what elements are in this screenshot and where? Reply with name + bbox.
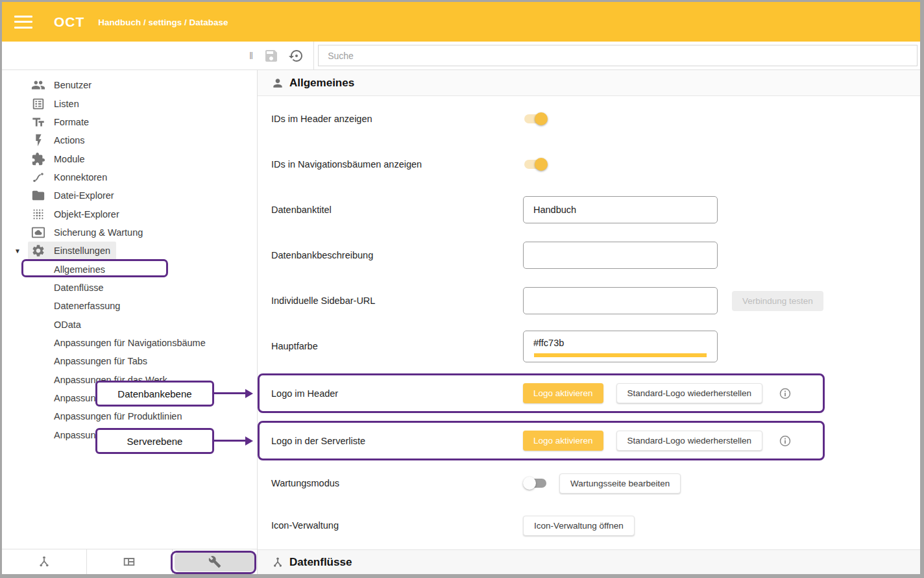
sidebar-item-label: Listen bbox=[54, 99, 79, 109]
main-color-input[interactable] bbox=[524, 331, 717, 351]
breadcrumb: Handbuch / settings / Database bbox=[98, 16, 228, 27]
sidebar-subitem-anpassungen-navigationsbaeume[interactable]: Anpassungen für Navigationsbäume bbox=[2, 334, 257, 352]
sidebar-subitem-label: Anpassun bbox=[54, 393, 96, 403]
gear-icon bbox=[31, 244, 45, 258]
sidebar-subitem-anpassungen-produktlinien[interactable]: Anpassungen für Produktlinien bbox=[2, 407, 257, 425]
sidebar-subitem-label: Datenerfassung bbox=[54, 301, 120, 311]
search-input[interactable] bbox=[318, 45, 918, 66]
setting-label: Wartungsmodus bbox=[271, 478, 339, 488]
sidebar-nav: Benutzer Listen Formate Actions Module bbox=[2, 70, 257, 549]
info-icon[interactable] bbox=[779, 388, 791, 399]
db-description-input[interactable] bbox=[523, 242, 718, 269]
logo-header-activate-button[interactable]: Logo aktivieren bbox=[523, 383, 603, 403]
sidebar-item-label: Einstellungen bbox=[54, 245, 110, 256]
setting-row-maintenance: Wartungsmodus Wartungsseite bearbeiten bbox=[258, 460, 920, 506]
maintenance-toggle[interactable] bbox=[523, 477, 548, 490]
sidebar-subitem-label: Anpassun bbox=[54, 430, 96, 440]
app-logo-text: OCT bbox=[54, 14, 84, 30]
setting-label: Icon-Verwaltung bbox=[271, 520, 339, 531]
tab-flow[interactable] bbox=[2, 549, 86, 574]
sidebar-item-label: Formate bbox=[54, 117, 89, 127]
setting-label: IDs im Header anzeigen bbox=[271, 114, 372, 124]
lightning-icon bbox=[31, 133, 45, 147]
menu-icon[interactable] bbox=[14, 16, 32, 29]
sidebar-subitem-label: Anpassungen für Tabs bbox=[54, 356, 147, 366]
toolbar-divider bbox=[313, 42, 314, 70]
sidebar-item-actions[interactable]: Actions bbox=[2, 131, 257, 149]
sidebar-item-konnektoren[interactable]: Konnektoren bbox=[2, 168, 257, 186]
sidebar-subitem-anpassungen-9[interactable]: Anpassun bbox=[2, 426, 257, 444]
sidebar-item-sicherung-wartung[interactable]: Sicherung & Wartung bbox=[2, 223, 257, 242]
sidebar-item-objekt-explorer[interactable]: Objekt-Explorer bbox=[2, 205, 257, 223]
sidebar-subitem-anpassungen-7[interactable]: Anpassun bbox=[2, 389, 257, 407]
connector-icon bbox=[31, 170, 45, 184]
setting-label: Individuelle Sidebar-URL bbox=[271, 295, 375, 306]
sidebar-subitem-allgemeines[interactable]: Allgemeines bbox=[2, 260, 257, 278]
toolbar-spacer bbox=[2, 42, 249, 69]
sidebar-item-label: Benutzer bbox=[54, 80, 91, 90]
test-connection-button[interactable]: Verbindung testen bbox=[732, 291, 823, 311]
ids-nav-toggle[interactable] bbox=[523, 158, 548, 171]
open-icon-management-button[interactable]: Icon-Verwaltung öffnen bbox=[523, 516, 635, 536]
app-bar: OCT Handbuch / settings / Database bbox=[2, 2, 920, 42]
sidebar-item-label: Sicherung & Wartung bbox=[54, 227, 143, 238]
setting-row-main-color: Hauptfarbe bbox=[258, 323, 920, 369]
sidebar-item-formate[interactable]: Formate bbox=[2, 113, 257, 131]
panel-splitter-handle[interactable]: ‖ bbox=[249, 50, 254, 61]
person-icon bbox=[271, 77, 284, 90]
setting-label: IDs in Navigationsbäumen anzeigen bbox=[271, 159, 422, 170]
sidebar-url-input[interactable] bbox=[523, 287, 718, 314]
setting-row-db-title: Datenbanktitel bbox=[258, 187, 920, 232]
sidebar-subitem-label: Anpassungen für das Werk bbox=[54, 375, 167, 385]
sidebar-subitem-label: Datenflüsse bbox=[54, 283, 104, 293]
section-title: Allgemeines bbox=[289, 77, 354, 90]
sidebar-item-listen[interactable]: Listen bbox=[2, 94, 257, 112]
cloud-box-icon bbox=[31, 225, 45, 240]
wrench-tab-highlight bbox=[175, 552, 255, 572]
sidebar-subitem-anpassungen-werk[interactable]: Anpassungen für das Werk bbox=[2, 371, 257, 389]
sidebar-item-module[interactable]: Module bbox=[2, 149, 257, 168]
setting-row-sidebar-url: Individuelle Sidebar-URL Verbindung test… bbox=[258, 278, 920, 323]
sidebar-subitem-anpassungen-tabs[interactable]: Anpassungen für Tabs bbox=[2, 352, 257, 370]
logo-serverlist-restore-button[interactable]: Standard-Logo wiederherstellen bbox=[616, 431, 762, 451]
sidebar-subitem-label: Anpassungen für Produktlinien bbox=[54, 411, 182, 421]
setting-label: Logo in der Serverliste bbox=[271, 436, 365, 446]
section-header-datenfluesse[interactable]: Datenflüsse bbox=[258, 549, 920, 574]
setting-row-db-description: Datenbankbeschreibung bbox=[258, 232, 920, 278]
tab-window-layout[interactable] bbox=[86, 549, 171, 574]
sidebar: Benutzer Listen Formate Actions Module bbox=[2, 70, 258, 574]
tab-settings-wrench[interactable] bbox=[172, 549, 257, 574]
next-section-title: Datenflüsse bbox=[289, 556, 352, 569]
setting-label: Datenbanktitel bbox=[271, 205, 332, 215]
sidebar-item-einstellungen[interactable]: ▼ Einstellungen bbox=[2, 242, 257, 260]
sidebar-subitem-datenerfassung[interactable]: Datenerfassung bbox=[2, 297, 257, 315]
expand-caret-icon[interactable]: ▼ bbox=[14, 247, 21, 255]
sidebar-item-datei-explorer[interactable]: Datei-Explorer bbox=[2, 186, 257, 205]
main-color-field[interactable] bbox=[523, 331, 718, 362]
logo-header-restore-button[interactable]: Standard-Logo wiederherstellen bbox=[616, 383, 762, 403]
info-icon[interactable] bbox=[779, 435, 791, 447]
list-icon bbox=[31, 97, 45, 111]
sidebar-subitem-label: Allgemeines bbox=[54, 264, 105, 275]
save-icon[interactable] bbox=[263, 48, 279, 64]
restore-history-icon[interactable] bbox=[289, 48, 304, 64]
setting-label: Datenbankbeschreibung bbox=[271, 250, 373, 260]
sidebar-item-label: Objekt-Explorer bbox=[54, 209, 119, 220]
main-panel: Allgemeines IDs im Header anzeigen IDs i… bbox=[258, 70, 920, 574]
db-title-input[interactable] bbox=[523, 196, 718, 223]
sidebar-subitem-datenfluesse[interactable]: Datenflüsse bbox=[2, 279, 257, 297]
sidebar-item-benutzer[interactable]: Benutzer bbox=[2, 76, 257, 94]
setting-row-icon-mgmt: Icon-Verwaltung Icon-Verwaltung öffnen bbox=[258, 506, 920, 545]
sidebar-footer-tabs bbox=[2, 549, 257, 574]
sidebar-subitem-odata[interactable]: OData bbox=[2, 315, 257, 333]
edit-maintenance-page-button[interactable]: Wartungsseite bearbeiten bbox=[559, 473, 681, 494]
users-icon bbox=[31, 78, 45, 92]
setting-label: Hauptfarbe bbox=[271, 341, 318, 351]
toolbar: ‖ bbox=[2, 42, 920, 70]
ids-header-toggle[interactable] bbox=[523, 112, 548, 125]
text-format-icon bbox=[31, 115, 45, 129]
logo-serverlist-activate-button[interactable]: Logo aktivieren bbox=[523, 431, 603, 451]
setting-row-ids-header: IDs im Header anzeigen bbox=[258, 96, 920, 142]
sidebar-subitem-label: Anpassungen für Navigationsbäume bbox=[54, 338, 206, 348]
setting-row-logo-serverlist: Logo in der Serverliste Logo aktivieren … bbox=[258, 421, 825, 460]
